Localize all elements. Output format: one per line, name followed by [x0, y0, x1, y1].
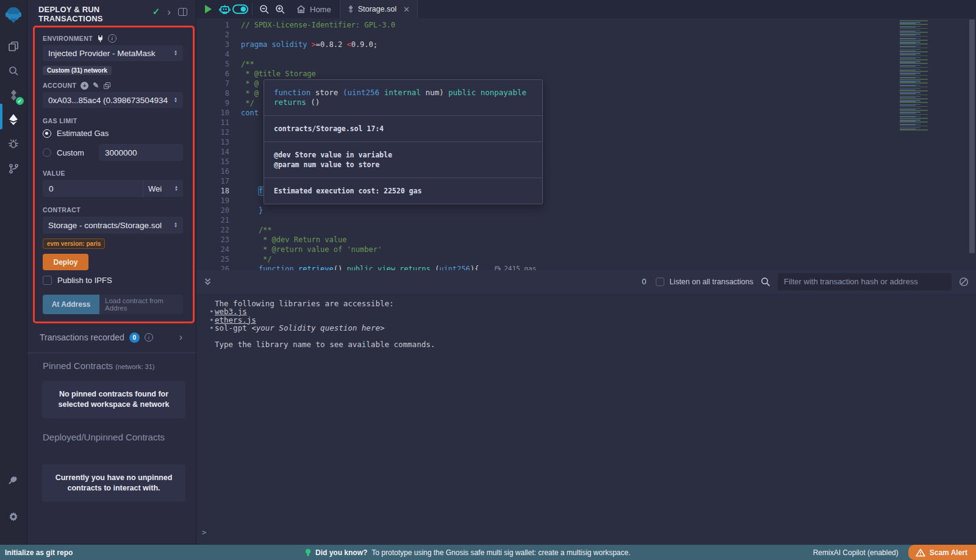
code-line: 22 /** [196, 225, 976, 235]
remix-logo-icon[interactable] [3, 5, 24, 26]
value-unit-select[interactable]: Wei ▲▼ [143, 180, 183, 197]
status-bar: Initialize as git repo Did you know? To … [0, 545, 976, 560]
terminal-line: Type the library name to see available c… [196, 340, 976, 349]
terminal-prompt[interactable]: > [202, 528, 207, 537]
custom-gas-radio[interactable] [43, 148, 51, 157]
terminal-link[interactable]: ethers.js [215, 316, 256, 325]
tooltip-signature: function store (uint256 internal num) pu… [264, 80, 542, 116]
estimated-gas-option[interactable]: Estimated Gas [43, 129, 183, 138]
network-badge: Custom (31) network [43, 66, 112, 75]
terminal-line: •web3.js [196, 307, 976, 316]
account-select[interactable]: 0xA03...85ac4 (0.398673504934 ▲▼ [43, 92, 183, 108]
minimap[interactable] [900, 20, 935, 131]
estimated-gas-radio[interactable] [43, 129, 51, 138]
at-address-button[interactable]: At Address [43, 295, 99, 314]
terminal-line: The following libraries are accessible: [196, 300, 976, 308]
code-line: 5/** [196, 59, 976, 69]
deploy-run-panel: DEPLOY & RUN TRANSACTIONS ✓ › ENVIRONMEN… [27, 0, 196, 545]
zoom-out-icon[interactable] [256, 0, 272, 18]
copilot-toggle-icon[interactable] [232, 0, 248, 18]
tooltip-location: contracts/Storage.sol 17:4 [264, 116, 542, 142]
publish-ipfs-checkbox[interactable] [43, 276, 52, 285]
terminal-link[interactable]: web3.js [215, 307, 247, 316]
filter-transactions-input[interactable]: Filter with transaction hash or address [778, 273, 952, 290]
terminal-line: •ethers.js [196, 316, 976, 325]
tab-storage-sol[interactable]: Storage.sol ✕ [340, 0, 418, 18]
file-explorer-icon[interactable] [0, 34, 27, 59]
transactions-expand-chevron-icon[interactable]: › [179, 332, 182, 343]
plugin-manager-icon[interactable] [0, 468, 27, 492]
custom-gas-option[interactable]: Custom [43, 144, 183, 161]
code-line: 20 } [196, 206, 976, 215]
settings-gear-icon[interactable] [0, 504, 27, 529]
environment-info-icon[interactable]: i [108, 34, 117, 43]
transactions-recorded-row[interactable]: Transactions recorded 0 i › [27, 327, 196, 348]
git-icon[interactable] [0, 156, 27, 181]
tooltip-gas: Estimated execution cost: 22520 gas [264, 178, 542, 204]
contract-select[interactable]: Storage - contracts/Storage.sol ▲▼ [43, 217, 183, 234]
solidity-file-icon [348, 5, 354, 13]
deployed-contracts-title: Deployed/Unpinned Contracts [27, 432, 196, 442]
copy-account-icon[interactable] [104, 82, 110, 89]
close-tab-icon[interactable]: ✕ [403, 5, 410, 14]
remix-ide-window: ✓ DEPLOY & RUN TRANSACTIONS ✓ › [0, 0, 976, 545]
listen-checkbox[interactable] [656, 278, 664, 286]
code-line: 1// SPDX-License-Identifier: GPL-3.0 [196, 20, 976, 30]
gas-estimate-annotation: 2415 gas [495, 264, 536, 270]
collapse-panel-chevron-icon[interactable]: › [167, 7, 171, 17]
ai-copilot-robot-icon[interactable] [217, 0, 232, 18]
select-stepper-icon: ▲▼ [174, 97, 178, 103]
solidity-compiler-icon[interactable]: ✓ [0, 83, 27, 107]
code-line: 24 * @return value of 'number' [196, 245, 976, 254]
search-icon[interactable] [0, 59, 27, 83]
terminal-line [196, 332, 976, 341]
pinned-contracts-title: Pinned Contracts (network: 31) [27, 361, 196, 371]
code-editor[interactable]: 1// SPDX-License-Identifier: GPL-3.023pr… [196, 18, 976, 270]
terminal[interactable]: The following libraries are accessible:•… [196, 293, 976, 545]
plug-icon[interactable] [97, 35, 104, 42]
tab-home[interactable]: Home [288, 0, 340, 18]
editor-scrollbar[interactable] [969, 20, 975, 253]
code-line: 3pragma solidity >=0.8.2 <0.9.0; [196, 40, 976, 49]
code-line: 21 [196, 215, 976, 225]
code-line: 4 [196, 49, 976, 59]
divider [27, 353, 196, 353]
scam-alert-button[interactable]: Scam Alert [908, 545, 976, 560]
clear-console-icon[interactable] [959, 277, 969, 287]
editor-toolbar: Home Storage.sol ✕ [196, 0, 976, 18]
pin-panel-icon[interactable] [178, 8, 187, 16]
contract-label: CONTRACT [43, 206, 183, 214]
value-input[interactable]: 0 [43, 184, 143, 193]
sign-message-icon[interactable]: ✎ [93, 81, 99, 90]
copilot-status[interactable]: RemixAI Copilot (enabled) [813, 548, 899, 557]
debugger-icon[interactable] [0, 132, 27, 156]
publish-ipfs-row[interactable]: Publish to IPFS [43, 276, 183, 285]
run-script-play-icon[interactable] [205, 5, 212, 13]
divider [252, 3, 253, 15]
create-account-icon[interactable]: + [81, 82, 88, 90]
tooltip-doc: @dev Store value in variable @param num … [264, 142, 542, 178]
code-line: 23 * @dev Return value [196, 235, 976, 245]
at-address-input[interactable]: Load contract from Addres [99, 295, 183, 314]
transactions-info-icon[interactable]: i [145, 333, 153, 342]
panel-header: DEPLOY & RUN TRANSACTIONS ✓ › [27, 0, 196, 26]
listen-all-transactions[interactable]: Listen on all transactions [656, 278, 753, 286]
terminal-tx-count: 0 [642, 277, 646, 286]
deploy-button[interactable]: Deploy [43, 254, 88, 270]
environment-select[interactable]: Injected Provider - MetaMask ▲▼ [43, 45, 183, 61]
git-init-status[interactable]: Initialize as git repo [0, 548, 196, 557]
deploy-and-run-icon[interactable] [0, 107, 27, 132]
pinned-contracts-empty: No pinned contracts found for selected w… [42, 381, 185, 418]
compile-success-badge: ✓ [16, 97, 24, 105]
select-stepper-icon: ▲▼ [174, 185, 178, 192]
panel-title: DEPLOY & RUN TRANSACTIONS [38, 5, 136, 26]
active-plugin-indicator [0, 104, 2, 129]
custom-gas-input[interactable] [99, 144, 183, 161]
value-row: 0 Wei ▲▼ [43, 180, 183, 197]
collapse-terminal-icon[interactable] [204, 278, 212, 286]
code-line: 26 function retrieve() public view retur… [196, 264, 976, 270]
zoom-in-icon[interactable] [272, 0, 288, 18]
terminal-lines: The following libraries are accessible:•… [196, 300, 976, 349]
search-transactions-icon[interactable] [761, 277, 770, 287]
evm-version-badge: evm version: paris [43, 239, 105, 249]
